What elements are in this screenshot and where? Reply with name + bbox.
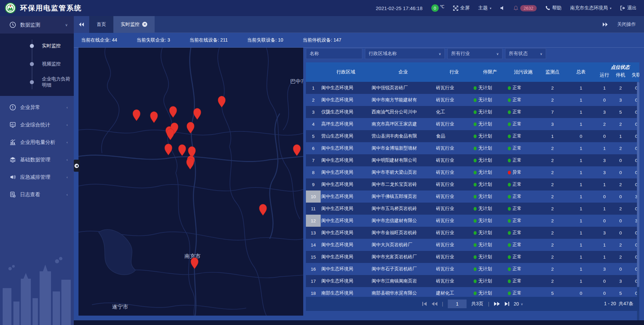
theme-dropdown[interactable]: 主题 ▾: [478, 5, 491, 11]
table-row[interactable]: 14阆中生态环境局阆中大兴页岩机砖厂砖瓦行业无计划正常21120: [306, 239, 639, 251]
table-panel: 名称 行政区域名称 ∨ 所有行业 ∨ 所有状态 ∨: [306, 48, 639, 320]
cell-run: 1: [596, 86, 612, 91]
col-stop: 停机: [612, 72, 629, 82]
sidebar-group-enterprise-abnormal[interactable]: 企业异常 ‹: [0, 99, 74, 116]
sidebar-group-electricity-analysis[interactable]: 企业用电量分析 ‹: [0, 133, 74, 151]
production-status: 无计划: [473, 278, 507, 284]
status-select[interactable]: 所有状态 ∨: [505, 48, 546, 59]
sidebar-item-realtime-monitor[interactable]: 实时监控: [0, 37, 74, 55]
table-row[interactable]: 16阆中生态环境局阆中市石子页岩机砖厂砖瓦行业无计划正常21300: [306, 263, 639, 275]
row-index: 4: [306, 118, 321, 130]
tab-realtime-monitor[interactable]: 实时监控 ✕: [113, 16, 155, 33]
cell-total: 1: [566, 146, 596, 151]
first-page-button[interactable]: [422, 302, 427, 306]
tab-label: 首页: [97, 21, 106, 28]
page-title: 环保用电监管系统: [20, 3, 82, 13]
cell-run: 1: [596, 206, 612, 211]
table-row[interactable]: 4高坪生态环境局南充市高坪区王家店建砖瓦行业无计划正常31220: [306, 118, 639, 130]
row-index: 8: [306, 166, 321, 178]
mute-button[interactable]: [500, 6, 505, 10]
map-panel[interactable]: 巴中市南充市遂宁市: [78, 48, 303, 316]
map-collapse-handle[interactable]: ◀: [74, 160, 79, 172]
table-row[interactable]: 8阆中生态环境局阆中市枣碧大梁山页岩砖瓦行业无计划异常21300: [306, 166, 639, 178]
page-number-input[interactable]: 1: [448, 300, 467, 308]
bullet-icon: [30, 80, 34, 84]
sidebar-group-emergency[interactable]: 应急减排管理 ‹: [0, 168, 74, 186]
table-row[interactable]: 10阆中生态环境局阆中千佛镇五郎垭页岩砖瓦行业无计划正常21003: [306, 191, 639, 203]
sidebar-item-label: 企业电力负荷明细: [42, 76, 74, 88]
cell-run: 0: [596, 194, 612, 199]
sidebar-group-logs[interactable]: 日志查看 ‹: [0, 186, 74, 203]
cell-industry: 砖瓦行业: [435, 242, 473, 248]
cell-industry: 砖瓦行业: [435, 218, 473, 224]
status-select-value: 所有状态: [509, 51, 528, 57]
cell-monitor: 2: [539, 242, 566, 248]
cell-run: 1: [596, 242, 612, 248]
cell-region: 阆中生态环境局: [321, 278, 371, 284]
table-row[interactable]: 17阆中生态环境局阆中市江南镇阆南页岩砖瓦行业无计划正常21030: [306, 275, 639, 287]
cell-industry: 砖瓦行业: [435, 266, 473, 272]
double-chevron-right-icon[interactable]: [602, 22, 608, 26]
table-row[interactable]: 9阆中生态环境局阆中市二龙长宝页岩砖砖瓦行业无计划正常21120: [306, 178, 639, 191]
close-icon[interactable]: ✕: [142, 22, 147, 27]
table-row[interactable]: 13阆中生态环境局阆中市金福旺页岩机砖砖瓦行业无计划正常21300: [306, 227, 639, 239]
next-page-button[interactable]: [494, 302, 500, 306]
page-size-select[interactable]: 20 ∨: [514, 301, 523, 307]
temperature-unit: ℃: [440, 4, 444, 9]
sidebar-group-base-data[interactable]: 基础数据管理 ‹: [0, 151, 74, 168]
filter-bar: 名称 行政区域名称 ∨ 所有行业 ∨ 所有状态 ∨: [306, 48, 639, 59]
table-row[interactable]: 1阆中生态环境局阆中强锐页岩砖厂砖瓦行业无计划正常21120: [306, 82, 639, 94]
cell-total: 1: [566, 206, 596, 211]
col-region: 行政区域: [321, 62, 371, 82]
table-row[interactable]: 3仪陇生态环境局西南油气田分公司川中化工无计划正常71350: [306, 106, 639, 118]
table-row[interactable]: 15阆中生态环境局阆中市光富页岩机砖厂砖瓦行业无计划正常21120: [306, 251, 639, 263]
sidebar-item-video-monitor[interactable]: 视频监控: [0, 55, 74, 73]
chevron-down-icon: ∨: [65, 23, 68, 27]
tab-home[interactable]: 首页: [89, 16, 113, 33]
table-row[interactable]: 6阆中生态环境局阆中市金博瑞新型墙材砖瓦行业无计划正常21120: [306, 142, 639, 154]
sidebar: 数据监测 ∨ 实时监控 视频监控 企业电力负荷明细: [0, 16, 74, 325]
cell-region: 南部生态环境局: [321, 290, 371, 296]
prev-page-button[interactable]: [432, 302, 437, 306]
table-row[interactable]: 7阆中生态环境局阆中明阳建材有限公司砖瓦行业无计划正常21300: [306, 154, 639, 166]
table-scrollbar[interactable]: [637, 82, 639, 320]
row-index: 14: [306, 239, 321, 251]
chevron-left-icon: ‹: [66, 193, 68, 197]
help-button[interactable]: 帮助: [545, 5, 561, 11]
status-dot-icon: [474, 291, 477, 295]
fullscreen-button[interactable]: 全屏: [453, 5, 470, 11]
last-page-button[interactable]: [504, 302, 509, 306]
sidebar-item-power-load-detail[interactable]: 企业电力负荷明细: [0, 73, 74, 91]
datetime-text: 2021-02-25 17:46:18: [376, 5, 422, 11]
table-row[interactable]: 2阆中生态环境局阆中市南方节能建材有砖瓦行业无计划正常21030: [306, 94, 639, 106]
table-row[interactable]: 18南部生态环境局南部县砌华水泥有限公建材化工无计划正常50050: [306, 287, 639, 296]
cell-industry: 砖瓦行业: [435, 194, 473, 200]
notifications-button[interactable]: 2632: [514, 5, 537, 11]
close-operations-button[interactable]: 关闭操作: [617, 21, 636, 28]
cell-company: 阆中市金福旺页岩机砖: [371, 230, 435, 236]
sidebar-group-enterprise-stats[interactable]: 企业综合统计 ‹: [0, 116, 74, 133]
table-row[interactable]: 11阆中生态环境局阆中市五马桥页岩机砖砖瓦行业无计划正常21120: [306, 203, 639, 215]
table-row[interactable]: 5营山生态环境局营山县润丰肉食品有限食品无计划正常10010: [306, 130, 639, 142]
stats-bar: 当前在线企业: 44当前失联企业: 3当前在线设备: 211当前失联设备: 10…: [74, 33, 644, 48]
table-row[interactable]: 12阆中生态环境局阆中市忠信建材有限公砖瓦行业无计划正常21003: [306, 215, 639, 227]
logout-button[interactable]: 退出: [620, 5, 637, 11]
cell-run: 1: [596, 182, 612, 187]
cell-region: 阆中生态环境局: [321, 194, 371, 200]
status-dot-icon: [508, 291, 511, 295]
cell-region: 阆中生态环境局: [321, 181, 371, 187]
cell-total: 1: [566, 122, 596, 127]
bar-chart-icon: [9, 139, 16, 146]
sidebar-group-data-monitoring[interactable]: 数据监测 ∨: [0, 16, 74, 34]
org-dropdown[interactable]: 南充市生态环境局 ▾: [570, 5, 611, 11]
region-select[interactable]: 行政区域名称 ∨: [365, 48, 445, 59]
name-search-input[interactable]: 名称: [306, 48, 362, 59]
col-facility: 治污设施: [507, 62, 539, 82]
cell-industry: 砖瓦行业: [435, 206, 473, 212]
production-status: 无计划: [473, 145, 507, 151]
tabs-scroll-left-button[interactable]: [74, 16, 89, 33]
industry-select[interactable]: 所有行业 ∨: [447, 48, 502, 59]
cell-industry: 砖瓦行业: [435, 145, 473, 151]
cell-stop: 5: [612, 291, 629, 296]
col-lost: 失联: [629, 72, 639, 82]
